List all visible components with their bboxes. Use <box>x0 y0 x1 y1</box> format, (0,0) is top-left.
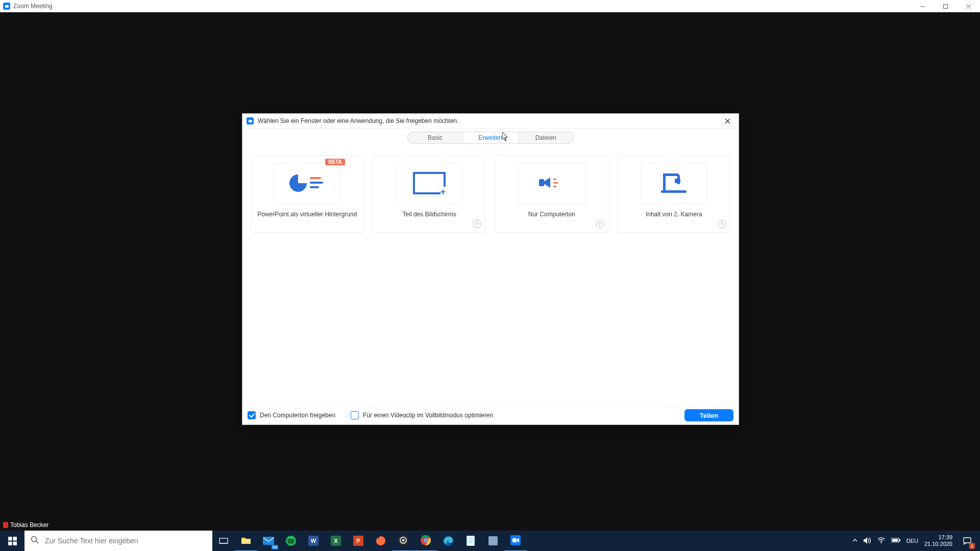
svg-rect-37 <box>488 536 498 545</box>
taskbar-app-excel[interactable]: X <box>325 531 347 551</box>
mail-badge: 69 <box>272 545 278 549</box>
option-label: Teil des Bildschirms <box>403 211 456 218</box>
svg-rect-44 <box>964 538 971 543</box>
search-input[interactable] <box>44 530 206 551</box>
tab-basic[interactable]: Basic <box>408 132 463 143</box>
beta-badge: BETA <box>325 159 345 165</box>
system-tray: DEU 17:39 21.10.2020 1 <box>848 531 980 551</box>
share-button[interactable]: Teilen <box>684 409 733 421</box>
option-portion-of-screen[interactable]: Teil des Bildschirms ? <box>373 155 486 233</box>
dialog-titlebar: Wählen Sie ein Fenster oder eine Anwendu… <box>242 114 739 129</box>
svg-text:X: X <box>334 538 338 544</box>
svg-rect-42 <box>892 539 898 542</box>
svg-text:P: P <box>356 538 360 544</box>
svg-rect-8 <box>8 541 12 545</box>
maximize-button[interactable] <box>934 0 957 12</box>
option-thumb <box>518 163 585 204</box>
taskbar-app-firefox[interactable] <box>370 531 392 551</box>
notif-badge: 1 <box>969 543 975 549</box>
taskbar-app-generic[interactable] <box>482 531 504 551</box>
svg-text:W: W <box>311 538 316 544</box>
option-label: Inhalt von 2. Kamera <box>646 211 702 218</box>
option-ppt-virtual-bg[interactable]: BETA PowerPoint als virtueller Hintergru… <box>251 155 364 233</box>
option-thumb: BETA <box>274 163 341 204</box>
svg-rect-39 <box>512 538 517 542</box>
taskbar-app-spotify[interactable] <box>280 531 302 551</box>
tray-language[interactable]: DEU <box>906 538 918 544</box>
share-options-grid: BETA PowerPoint als virtueller Hintergru… <box>242 144 739 233</box>
participant-label: Tobias Becker <box>3 521 48 529</box>
mic-muted-icon <box>3 522 8 528</box>
dialog-footer: Den Computerton freigeben Für einen Vide… <box>242 406 739 424</box>
help-icon[interactable]: ? <box>596 220 604 228</box>
taskbar: 69 W X P <box>0 531 980 551</box>
taskbar-app-mail[interactable]: 69 <box>257 531 280 551</box>
option-thumb <box>640 163 707 204</box>
svg-point-26 <box>402 539 405 542</box>
dialog-tabs: Basic Erweitert Dateien <box>242 132 739 144</box>
taskbar-app-word[interactable]: W <box>302 531 325 551</box>
help-icon[interactable]: ? <box>718 220 726 228</box>
svg-rect-12 <box>219 538 228 543</box>
powerpoint-icon <box>289 173 325 193</box>
svg-point-30 <box>425 539 427 542</box>
svg-rect-32 <box>467 536 475 546</box>
taskbar-app-zoom[interactable] <box>504 530 527 551</box>
svg-rect-1 <box>944 4 948 8</box>
tray-time: 17:39 <box>924 534 952 541</box>
taskbar-app-explorer[interactable] <box>235 530 257 551</box>
option-label: PowerPoint als virtueller Hintergrund <box>257 211 357 218</box>
svg-rect-7 <box>13 537 17 541</box>
screen-portion-icon <box>413 172 446 194</box>
task-view-button[interactable] <box>212 531 235 551</box>
checkbox-optimize-video[interactable] <box>351 411 359 419</box>
minimize-button[interactable] <box>911 0 934 12</box>
svg-rect-9 <box>13 541 17 545</box>
dialog-close-button[interactable] <box>720 114 734 128</box>
tray-clock[interactable]: 17:39 21.10.2020 <box>924 534 952 547</box>
option-computer-sound[interactable]: Nur Computerton ? <box>495 155 608 233</box>
tray-expand-icon[interactable] <box>852 538 857 544</box>
svg-point-40 <box>880 542 881 543</box>
svg-rect-43 <box>899 539 900 541</box>
option-label: Nur Computerton <box>528 211 575 218</box>
checkbox-share-audio[interactable] <box>248 411 256 419</box>
taskbar-search[interactable] <box>24 531 212 551</box>
svg-rect-14 <box>241 539 251 544</box>
start-button[interactable] <box>0 531 24 551</box>
app-titlebar: Zoom Meeting <box>0 0 980 13</box>
option-second-camera[interactable]: Inhalt von 2. Kamera ? <box>618 155 731 233</box>
tray-battery-icon[interactable] <box>891 538 900 544</box>
zoom-icon <box>247 117 254 124</box>
tray-wifi-icon[interactable] <box>877 537 885 544</box>
camera-icon <box>661 173 687 193</box>
zoom-icon <box>3 3 10 10</box>
tray-volume-icon[interactable] <box>864 537 871 545</box>
taskbar-app-edge[interactable] <box>437 531 459 551</box>
share-screen-dialog: Wählen Sie ein Fenster oder eine Anwendu… <box>242 113 739 425</box>
taskbar-app-notepad[interactable] <box>459 531 482 551</box>
label-share-audio: Den Computerton freigeben <box>260 412 335 419</box>
option-thumb <box>396 163 463 204</box>
svg-point-10 <box>32 537 37 542</box>
app-title: Zoom Meeting <box>13 3 53 10</box>
taskbar-app-chrome[interactable] <box>414 530 437 551</box>
search-icon <box>31 536 39 546</box>
tab-files[interactable]: Dateien <box>519 132 573 143</box>
taskbar-app-obs[interactable] <box>392 530 414 551</box>
tray-date: 21.10.2020 <box>924 541 952 547</box>
taskbar-app-powerpoint[interactable]: P <box>347 531 370 551</box>
participant-name-text: Tobias Becker <box>10 521 48 529</box>
tray-notifications[interactable]: 1 <box>959 531 976 551</box>
close-button[interactable] <box>957 0 980 12</box>
speaker-icon <box>541 174 562 192</box>
help-icon[interactable]: ? <box>473 220 481 228</box>
svg-rect-15 <box>263 537 274 545</box>
label-optimize-video: Für einen Videoclip im Vollbildmodus opt… <box>363 412 493 419</box>
dialog-title: Wählen Sie ein Fenster oder eine Anwendu… <box>258 117 459 124</box>
tab-advanced[interactable]: Erweitert <box>463 132 518 143</box>
svg-line-11 <box>36 541 39 544</box>
svg-rect-6 <box>8 537 12 541</box>
